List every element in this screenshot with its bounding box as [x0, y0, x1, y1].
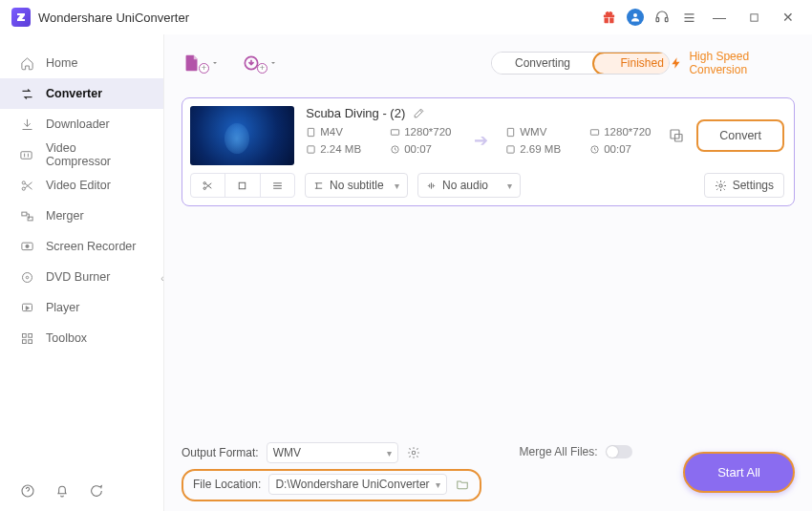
sidebar-item-label: Video Editor	[46, 179, 111, 192]
sidebar-item-toolbox[interactable]: Toolbox	[0, 323, 163, 353]
add-download-button[interactable]: +	[242, 53, 277, 74]
svg-rect-25	[591, 129, 599, 135]
source-size: 2.24 MB	[306, 143, 373, 155]
source-resolution: 1280*720	[390, 126, 457, 138]
gift-icon[interactable]	[600, 9, 617, 26]
effects-button[interactable]	[261, 174, 294, 197]
output-format-select[interactable]: WMV▾	[267, 442, 398, 463]
audio-select[interactable]: No audio▾	[417, 173, 521, 198]
mini-tools	[190, 173, 295, 198]
svg-rect-16	[22, 339, 26, 343]
file-card: Scuba Diving - (2) M4V 1280*720 2.24 MB	[182, 97, 795, 206]
svg-point-11	[22, 272, 32, 282]
svg-rect-21	[392, 129, 399, 135]
merge-icon	[19, 208, 34, 224]
app-title: Wondershare UniConverter	[38, 11, 189, 25]
add-file-button[interactable]: +	[182, 53, 219, 74]
sidebar-item-label: Toolbox	[46, 331, 87, 345]
bolt-icon	[670, 56, 683, 70]
svg-rect-14	[22, 333, 26, 337]
target-resolution: 1280*720	[589, 126, 656, 138]
svg-rect-29	[675, 135, 683, 142]
disc-icon	[19, 269, 34, 285]
sidebar-item-label: Screen Recorder	[46, 240, 137, 253]
sidebar-item-dvd[interactable]: DVD Burner	[0, 262, 163, 292]
record-icon	[19, 239, 34, 254]
settings-button[interactable]: Settings	[704, 173, 784, 198]
source-format: M4V	[306, 126, 373, 138]
svg-rect-7	[21, 212, 26, 216]
tab-finished[interactable]: Finished	[592, 52, 671, 75]
svg-rect-24	[508, 128, 514, 136]
svg-point-34	[412, 451, 416, 455]
crop-button[interactable]	[225, 174, 260, 197]
sidebar-item-label: Merger	[46, 209, 84, 223]
tab-converting[interactable]: Converting	[492, 53, 593, 74]
sidebar-item-label: Home	[46, 56, 77, 70]
bell-icon[interactable]	[53, 482, 71, 500]
file-location-label: File Location:	[193, 478, 261, 491]
arrow-icon: ➔	[474, 130, 488, 151]
svg-rect-26	[507, 145, 514, 152]
svg-point-12	[26, 276, 29, 279]
sidebar-item-label: Downloader	[46, 117, 110, 131]
feedback-icon[interactable]	[88, 482, 105, 500]
sidebar-item-label: Player	[46, 301, 79, 314]
maximize-button[interactable]	[741, 5, 766, 30]
merge-toggle[interactable]	[606, 445, 632, 458]
subtitle-select[interactable]: No subtitle▾	[305, 173, 408, 198]
svg-point-31	[203, 187, 205, 189]
user-icon[interactable]	[627, 9, 644, 26]
sidebar-item-converter[interactable]: Converter	[0, 78, 163, 109]
svg-rect-32	[240, 182, 246, 189]
sidebar-item-player[interactable]: Player	[0, 292, 163, 323]
download-icon	[19, 117, 34, 132]
start-all-button[interactable]: Start All	[683, 452, 795, 493]
output-settings-icon[interactable]	[406, 445, 421, 460]
svg-rect-15	[28, 333, 32, 337]
svg-point-10	[25, 245, 28, 247]
sidebar-item-editor[interactable]: Video Editor	[0, 170, 163, 201]
output-format-label: Output Format:	[182, 446, 259, 459]
source-duration: 00:07	[390, 143, 457, 155]
edit-title-icon[interactable]	[413, 107, 425, 119]
grid-icon	[19, 330, 34, 346]
titlebar: Wondershare UniConverter — ✕	[0, 0, 812, 34]
sidebar: Home Converter Downloader Video Compress…	[0, 34, 164, 511]
help-icon[interactable]	[19, 482, 36, 500]
svg-point-0	[633, 13, 637, 17]
svg-point-30	[203, 181, 205, 183]
high-speed-conversion[interactable]: High Speed Conversion	[670, 50, 795, 76]
video-thumbnail[interactable]	[190, 106, 294, 165]
sidebar-item-label: Converter	[46, 87, 102, 100]
sidebar-item-merger[interactable]: Merger	[0, 201, 163, 231]
high-speed-label: High Speed Conversion	[689, 50, 795, 76]
convert-button[interactable]: Convert	[696, 119, 784, 152]
tabs: Converting Finished	[491, 52, 670, 75]
target-duration: 00:07	[589, 143, 656, 155]
file-title: Scuba Diving - (2)	[306, 106, 405, 120]
target-size: 2.69 MB	[505, 143, 572, 155]
trim-button[interactable]	[191, 174, 225, 197]
browse-folder-icon[interactable]	[455, 477, 470, 492]
toolbar: + + Converting Finished High Speed Conve…	[182, 46, 795, 80]
menu-icon[interactable]	[680, 9, 697, 26]
file-location-select[interactable]: D:\Wondershare UniConverter▾	[268, 474, 446, 495]
svg-rect-17	[28, 339, 32, 343]
sidebar-item-compressor[interactable]: Video Compressor	[0, 139, 163, 170]
close-button[interactable]: ✕	[776, 5, 801, 30]
target-format: WMV	[505, 126, 572, 138]
minimize-button[interactable]: —	[707, 5, 732, 30]
home-icon	[19, 55, 34, 71]
svg-rect-20	[309, 128, 314, 136]
sidebar-item-label: DVD Burner	[46, 270, 110, 284]
scissors-icon	[19, 178, 34, 193]
sidebar-item-home[interactable]: Home	[0, 48, 163, 78]
svg-rect-3	[750, 13, 757, 20]
headset-icon[interactable]	[653, 9, 671, 26]
sidebar-item-recorder[interactable]: Screen Recorder	[0, 231, 163, 262]
sidebar-item-downloader[interactable]: Downloader	[0, 109, 163, 139]
sidebar-item-label: Video Compressor	[46, 141, 144, 168]
output-format-icon[interactable]	[668, 127, 685, 144]
app-logo	[11, 8, 31, 27]
